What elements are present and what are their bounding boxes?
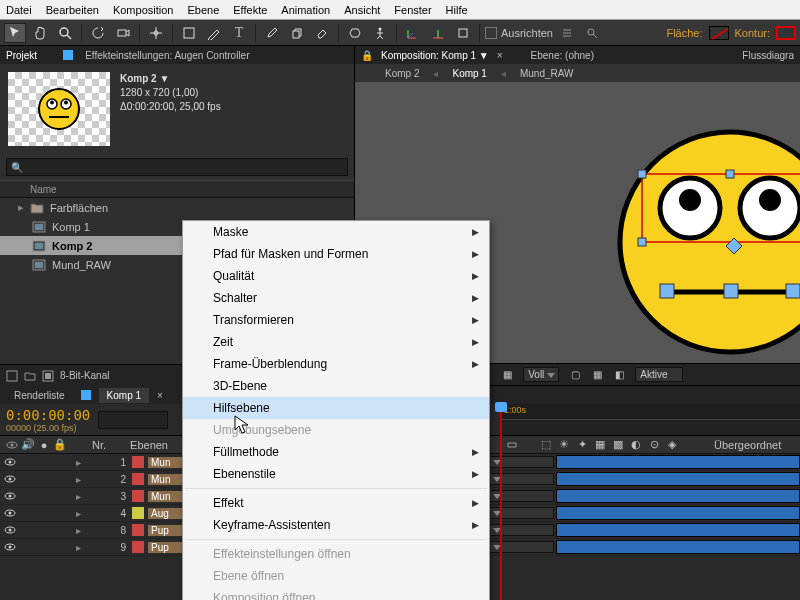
snap-toggle[interactable]: Ausrichten [485,27,553,39]
time-ruler[interactable]: 1:00s [500,404,800,420]
ctx-item[interactable]: Füllmethode▶ [183,441,489,463]
tab-effekteinstellungen[interactable]: Effekteinstellungen: Augen Controller [85,50,249,61]
bit-depth[interactable]: 8-Bit-Kanal [60,370,109,381]
comp-thumbnail[interactable] [8,72,110,146]
anchor-tool[interactable] [145,23,167,43]
transparency-icon[interactable]: ▦ [591,369,603,381]
audio-header-icon[interactable]: 🔊 [22,439,34,451]
roi-icon[interactable]: ▢ [569,369,581,381]
eye-icon[interactable] [4,541,16,553]
folder-icon[interactable] [24,370,36,382]
cti-head[interactable] [495,402,507,412]
clone-tool[interactable] [286,23,308,43]
puppet-tool[interactable] [369,23,391,43]
menu-ebene[interactable]: Ebene [187,4,219,16]
tab-komp1[interactable]: Komp 1 [99,388,149,403]
menu-animation[interactable]: Animation [281,4,330,16]
crumb-item[interactable]: Mund_RAW [520,68,574,79]
ctx-item[interactable]: Effekt▶ [183,492,489,514]
mouse-cursor [234,415,250,437]
fill-swatch[interactable] [709,26,729,40]
solo-header-icon[interactable]: ● [38,439,50,451]
eraser-tool[interactable] [311,23,333,43]
svg-rect-34 [7,371,17,381]
eye-header-icon[interactable] [6,439,18,451]
snap-options-icon[interactable] [556,23,578,43]
shape-tool[interactable] [178,23,200,43]
project-search[interactable] [6,158,348,176]
tab-layer[interactable]: Ebene: (ohne) [531,50,594,61]
timeline-timecode[interactable]: 0:00:00:00 [6,407,90,423]
layer-bar[interactable] [556,523,800,537]
menu-komposition[interactable]: Komposition [113,4,174,16]
resolution-select[interactable]: Voll [523,367,559,382]
col-name[interactable]: Name [0,180,354,198]
ctx-item[interactable]: Frame-Überblendung▶ [183,353,489,375]
lock-header-icon[interactable]: 🔒 [54,439,66,451]
menubar: Datei Bearbeiten Komposition Ebene Effek… [0,0,800,20]
view-axis-icon[interactable] [452,23,474,43]
layer-bar[interactable] [556,489,800,503]
menu-hilfe[interactable]: Hilfe [446,4,468,16]
layer-bar[interactable] [556,506,800,520]
3d-icon[interactable]: ◧ [613,369,625,381]
ctx-item[interactable]: Zeit▶ [183,331,489,353]
menu-bearbeiten[interactable]: Bearbeiten [46,4,99,16]
motion-blur-icon[interactable]: ◐ [630,439,642,451]
stroke-swatch[interactable] [776,26,796,40]
svg-rect-50 [724,284,738,298]
ctx-item[interactable]: Hilfsebene [183,397,489,419]
menu-effekte[interactable]: Effekte [233,4,267,16]
project-item-folder[interactable]: ▸ Farbflächen [0,198,354,217]
tab-projekt[interactable]: Projekt [6,50,37,61]
eye-icon[interactable] [4,456,16,468]
shy-icon[interactable] [506,439,518,451]
ctx-item[interactable]: Pfad für Masken und Formen▶ [183,243,489,265]
pen-tool[interactable] [203,23,225,43]
view-select[interactable]: Aktive [635,367,682,382]
ctx-item[interactable]: Qualität▶ [183,265,489,287]
hand-tool[interactable] [29,23,51,43]
menu-datei[interactable]: Datei [6,4,32,16]
menu-fenster[interactable]: Fenster [394,4,431,16]
ctx-item[interactable]: Maske▶ [183,221,489,243]
layer-bar[interactable] [556,455,800,469]
layer-bar[interactable] [556,540,800,554]
selection-tool[interactable] [4,23,26,43]
tab-composition[interactable]: Komposition: Komp 1 ▼ [381,50,489,61]
svg-point-65 [9,546,12,549]
layer-bar[interactable] [556,472,800,486]
ctx-item[interactable]: Schalter▶ [183,287,489,309]
layer-search[interactable] [98,411,168,429]
new-comp-icon[interactable] [42,370,54,382]
eye-icon[interactable] [4,473,16,485]
mask-icon[interactable]: ▦ [501,369,513,381]
local-axis-icon[interactable] [402,23,424,43]
lock-icon[interactable]: 🔒 [361,50,373,61]
ctx-item[interactable]: Ebenenstile▶ [183,463,489,485]
eye-icon[interactable] [4,507,16,519]
switch-icon[interactable]: ⬚ [540,439,552,451]
text-tool[interactable]: T [228,23,250,43]
zoom-tool[interactable] [54,23,76,43]
crumb-item[interactable]: Komp 2 [385,68,419,79]
stroke-label: Kontur: [735,27,770,39]
tab-flowchart[interactable]: Flussdiagra [742,50,794,61]
brush-tool[interactable] [261,23,283,43]
world-axis-icon[interactable] [427,23,449,43]
eye-icon[interactable] [4,490,16,502]
roto-tool[interactable] [344,23,366,43]
crumb-item-active[interactable]: Komp 1 [452,68,486,79]
interpret-icon[interactable] [6,370,18,382]
tab-renderliste[interactable]: Renderliste [6,388,73,403]
search-icon[interactable] [581,23,603,43]
ctx-item[interactable]: Transformieren▶ [183,309,489,331]
camera-tool[interactable] [112,23,134,43]
menu-ansicht[interactable]: Ansicht [344,4,380,16]
ctx-item[interactable]: Keyframe-Assistenten▶ [183,514,489,536]
rotate-tool[interactable] [87,23,109,43]
ctx-item[interactable]: 3D-Ebene [183,375,489,397]
layer-context-menu: Maske▶Pfad für Masken und Formen▶Qualitä… [182,220,490,600]
eye-icon[interactable] [4,524,16,536]
svg-line-11 [377,36,380,39]
